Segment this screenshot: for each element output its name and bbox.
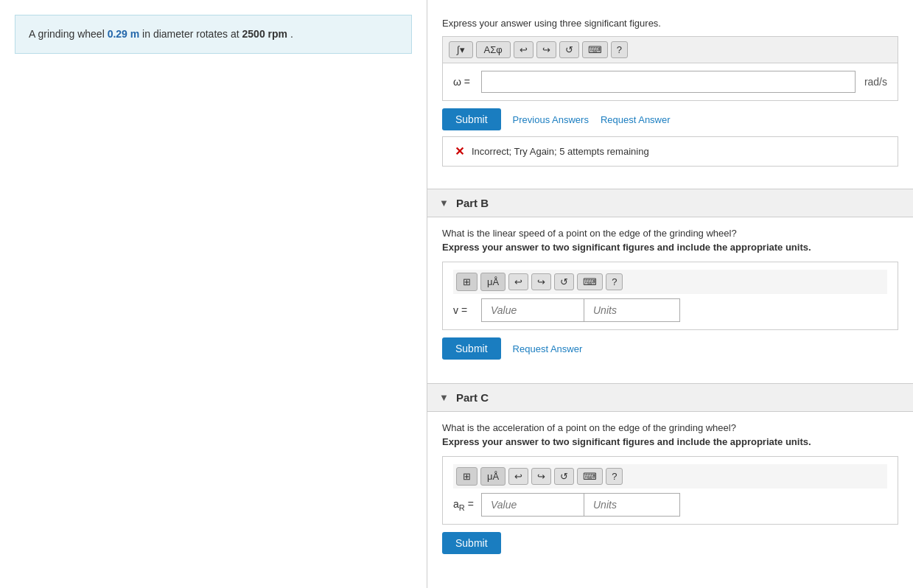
toolbar-b-redo-btn[interactable]: ↪: [531, 273, 551, 290]
part-b-input-label: v =: [453, 304, 475, 316]
toolbar-b-undo-btn[interactable]: ↩: [508, 273, 528, 290]
part-c-submit-row: Submit: [442, 532, 898, 554]
toolbar-b-help-btn[interactable]: ?: [606, 273, 623, 290]
part-a-error-box: ✕ Incorrect; Try Again; 5 attempts remai…: [442, 136, 898, 167]
part-c-content: What is the acceleration of a point on t…: [442, 412, 898, 570]
error-icon: ✕: [455, 144, 464, 158]
redo-icon: ↪: [537, 471, 545, 482]
part-c-answer-box: ⊞ μÅ ↩ ↪ ↺ ⌨: [442, 456, 898, 525]
part-b-content: What is the linear speed of a point on t…: [442, 217, 898, 376]
part-b-section: ▼ Part B What is the linear speed of a p…: [442, 189, 898, 376]
part-b-instruction: Express your answer to two significant f…: [442, 242, 898, 253]
toolbar-a-matrix-btn[interactable]: ∫▾: [449, 41, 473, 58]
matrix-icon: ⊞: [463, 276, 471, 287]
part-b-answer-box: ⊞ μÅ ↩ ↪ ↺ ⌨: [442, 262, 898, 330]
part-c-input-label: aR =: [453, 498, 475, 512]
redo-icon: ↪: [542, 44, 550, 55]
part-b-submit-row: Submit Request Answer: [442, 337, 898, 360]
part-b-value-input[interactable]: [481, 298, 584, 322]
help-icon: ?: [612, 471, 617, 482]
toolbar-b-keyboard-btn[interactable]: ⌨: [577, 273, 603, 290]
part-a-toolbar: ∫▾ ΑΣφ ↩ ↪ ↺ ⌨ ?: [442, 36, 898, 63]
greek-icon: ΑΣφ: [484, 44, 503, 55]
undo-icon: ↩: [520, 44, 528, 55]
measurement-diameter: 0.29 m: [108, 28, 140, 40]
part-b-question: What is the linear speed of a point on t…: [442, 228, 898, 239]
part-b-submit-button[interactable]: Submit: [442, 337, 501, 360]
part-b-units-input[interactable]: [584, 298, 680, 322]
units-icon: μÅ: [487, 471, 499, 482]
part-a-submit-button[interactable]: Submit: [442, 108, 501, 130]
toolbar-c-redo-btn[interactable]: ↪: [531, 468, 551, 485]
help-icon: ?: [612, 276, 617, 287]
part-b-toolbar: ⊞ μÅ ↩ ↪ ↺ ⌨: [453, 270, 887, 294]
keyboard-icon: ⌨: [583, 276, 597, 287]
toolbar-a-keyboard-btn[interactable]: ⌨: [582, 41, 608, 58]
measurement-rpm: 2500 rpm: [242, 28, 287, 40]
part-a-previous-answers-link[interactable]: Previous Answers: [513, 114, 589, 125]
part-c-submit-button[interactable]: Submit: [442, 532, 501, 554]
toolbar-a-help-btn[interactable]: ?: [611, 41, 628, 58]
toolbar-b-refresh-btn[interactable]: ↺: [554, 273, 574, 290]
toolbar-a-refresh-btn[interactable]: ↺: [559, 41, 579, 58]
undo-icon: ↩: [514, 471, 522, 482]
part-b-input-row: v =: [453, 298, 887, 322]
part-c-chevron-icon[interactable]: ▼: [439, 392, 449, 403]
problem-box: A grinding wheel 0.29 m in diameter rota…: [15, 15, 412, 54]
keyboard-icon: ⌨: [588, 44, 602, 55]
help-icon: ?: [617, 44, 622, 55]
keyboard-icon: ⌨: [583, 471, 597, 482]
part-b-label: Part B: [456, 197, 489, 209]
part-a-submit-row: Submit Previous Answers Request Answer: [442, 108, 898, 130]
part-a-input-area: ω = rad/s: [442, 63, 898, 101]
refresh-icon: ↺: [565, 44, 573, 55]
toolbar-a-undo-btn[interactable]: ↩: [514, 41, 534, 58]
toolbar-c-help-btn[interactable]: ?: [606, 468, 623, 485]
part-c-input-row: aR =: [453, 493, 887, 517]
part-a-answer-input[interactable]: [481, 71, 856, 93]
part-c-section: ▼ Part C What is the acceleration of a p…: [442, 383, 898, 570]
part-c-header: ▼ Part C: [427, 383, 913, 412]
right-panel: Express your answer using three signific…: [427, 0, 913, 588]
part-a-instruction: Express your answer using three signific…: [442, 18, 898, 29]
refresh-icon: ↺: [560, 471, 568, 482]
part-c-toolbar: ⊞ μÅ ↩ ↪ ↺ ⌨: [453, 464, 887, 489]
toolbar-c-undo-btn[interactable]: ↩: [508, 468, 528, 485]
part-a-units: rad/s: [864, 76, 887, 88]
matrix-icon: ∫▾: [457, 44, 465, 55]
part-c-instruction: Express your answer to two significant f…: [442, 436, 898, 447]
toolbar-c-keyboard-btn[interactable]: ⌨: [577, 468, 603, 485]
toolbar-c-refresh-btn[interactable]: ↺: [554, 468, 574, 485]
toolbar-a-greek-btn[interactable]: ΑΣφ: [476, 41, 511, 58]
toolbar-c-units-btn[interactable]: μÅ: [480, 467, 506, 486]
part-a-request-answer-link[interactable]: Request Answer: [601, 114, 671, 125]
redo-icon: ↪: [537, 276, 545, 287]
toolbar-b-units-btn[interactable]: μÅ: [480, 273, 506, 291]
part-a-error-message: Incorrect; Try Again; 5 attempts remaini…: [472, 146, 649, 157]
toolbar-a-redo-btn[interactable]: ↪: [536, 41, 556, 58]
part-b-chevron-icon[interactable]: ▼: [439, 197, 449, 209]
toolbar-b-matrix-btn[interactable]: ⊞: [456, 273, 478, 291]
matrix-icon: ⊞: [463, 471, 471, 482]
part-b-request-answer-link[interactable]: Request Answer: [513, 343, 583, 354]
left-panel: A grinding wheel 0.29 m in diameter rota…: [0, 0, 427, 588]
part-c-units-input[interactable]: [584, 493, 680, 517]
undo-icon: ↩: [514, 276, 522, 287]
part-c-question: What is the acceleration of a point on t…: [442, 422, 898, 433]
part-a-input-label: ω =: [453, 76, 475, 88]
part-a-content: Express your answer using three signific…: [442, 7, 898, 189]
units-icon: μÅ: [487, 276, 499, 287]
refresh-icon: ↺: [560, 276, 568, 287]
toolbar-c-matrix-btn[interactable]: ⊞: [456, 467, 478, 486]
part-c-value-input[interactable]: [481, 493, 584, 517]
part-c-label: Part C: [456, 391, 489, 404]
part-b-header: ▼ Part B: [427, 189, 913, 217]
